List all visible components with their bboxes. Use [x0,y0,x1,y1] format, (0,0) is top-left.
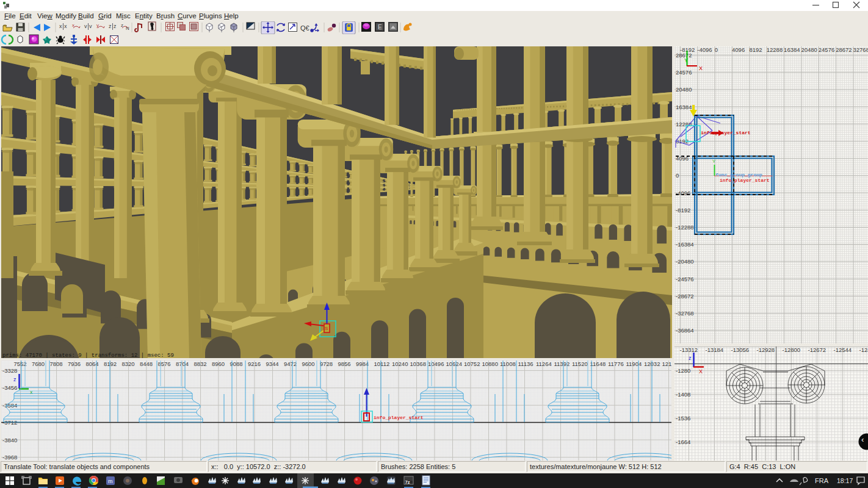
svg-text:v: v [89,23,92,29]
svg-text:-12928: -12928 [757,346,775,353]
svg-text:24576: 24576 [676,69,692,76]
svg-text:-36864: -36864 [676,327,694,334]
svg-text:z: z [114,23,117,29]
svg-text:11264: 11264 [536,361,552,367]
svg-text:info_player_start: info_player_start [374,415,424,420]
svg-text:8448: 8448 [140,361,153,367]
svg-text:8192: 8192 [749,46,762,53]
svg-text:-8192: -8192 [676,207,690,214]
svg-text:z: z [689,355,692,361]
svg-text:11648: 11648 [590,361,606,367]
svg-text:11520: 11520 [572,361,588,367]
svg-text:-20480: -20480 [676,258,694,265]
svg-text:20480: 20480 [801,46,817,53]
svg-text:9728: 9728 [320,361,333,367]
svg-text:prims: 47170 | states: 9 | tra: prims: 47170 | states: 9 | transforms: 1… [2,353,174,358]
svg-text:-13184: -13184 [706,346,724,353]
svg-text:24576: 24576 [819,46,834,53]
svg-text:X: X [699,65,703,71]
svg-text:E: E [378,24,382,30]
svg-text:8192: 8192 [104,361,117,367]
svg-text:7552: 7552 [14,361,27,367]
svg-text:N: N [126,26,129,31]
svg-text:v: v [84,23,87,29]
svg-text:8832: 8832 [194,361,207,367]
svg-text:x: x [64,23,67,29]
svg-text:28672: 28672 [836,46,852,53]
svg-text:32768: 32768 [853,46,868,53]
svg-text:8960: 8960 [212,361,225,367]
svg-text:4096: 4096 [732,46,745,53]
svg-text:info_player_start: info_player_start [720,178,770,183]
svg-text:m: m [108,478,113,484]
svg-text:Y: Y [712,159,716,164]
svg-text:X: X [699,368,703,375]
svg-text:-3456: -3456 [2,384,17,391]
svg-text:-12288: -12288 [676,224,694,231]
svg-text:0: 0 [715,46,718,53]
svg-text:11008: 11008 [500,361,516,367]
svg-text:7z: 7z [405,479,410,485]
svg-text:10240: 10240 [392,361,408,367]
svg-text:8704: 8704 [176,361,189,367]
svg-text:Y: Y [684,57,688,63]
svg-text:9984: 9984 [356,361,369,367]
svg-text:x: x [30,389,33,395]
svg-text:-12672: -12672 [808,346,826,353]
svg-text:9216: 9216 [248,361,261,367]
svg-text:10112: 10112 [374,361,390,367]
svg-text:-1280: -1280 [676,367,690,374]
svg-text:7936: 7936 [68,361,81,367]
svg-text:8320: 8320 [122,361,135,367]
svg-text:z: z [13,376,16,382]
svg-text:S: S [325,326,328,331]
svg-text:16384: 16384 [784,46,800,53]
svg-text:-12416: -12416 [859,346,868,353]
svg-text:x: x [59,23,62,29]
svg-text:-4096: -4096 [697,46,712,53]
svg-text:-1536: -1536 [676,415,690,422]
svg-text:z: z [109,23,112,29]
svg-text:9600: 9600 [302,361,315,367]
svg-text:-3840: -3840 [2,437,17,443]
svg-text:-24576: -24576 [676,276,694,282]
svg-text:-3328: -3328 [2,367,17,374]
svg-text:7808: 7808 [50,361,63,367]
svg-text:-28672: -28672 [676,293,694,300]
svg-text:-1408: -1408 [676,391,690,398]
svg-text:-12800: -12800 [783,346,801,353]
svg-text:9472: 9472 [284,361,297,367]
svg-text:11776: 11776 [608,361,624,367]
svg-text:-13056: -13056 [731,346,750,353]
svg-text:-32768: -32768 [676,310,694,317]
svg-text:20480: 20480 [676,86,692,93]
svg-text:10368: 10368 [410,361,426,367]
svg-text:12288: 12288 [767,46,783,53]
svg-text:-3968: -3968 [2,454,17,461]
svg-text:7680: 7680 [32,361,45,367]
svg-text:10624: 10624 [446,361,462,367]
svg-text:‹: ‹ [861,435,864,444]
svg-text:11136: 11136 [518,361,533,367]
svg-text:16384: 16384 [676,104,692,110]
svg-text:9344: 9344 [266,361,279,367]
svg-text:18:17: 18:17 [837,477,853,484]
svg-text:10752: 10752 [464,361,480,367]
svg-text:-12544: -12544 [834,346,852,353]
svg-text:12160: 12160 [662,361,672,367]
svg-text:-1664: -1664 [676,439,690,445]
svg-text:Q€: Q€ [300,24,309,32]
svg-text:info_player_start: info_player_start [701,130,751,135]
svg-text:10496: 10496 [428,361,444,367]
svg-text:0: 0 [676,172,679,179]
svg-text:-13312: -13312 [680,346,698,353]
svg-text:11904: 11904 [626,361,642,367]
svg-text:-16384: -16384 [676,241,694,248]
svg-text:8576: 8576 [158,361,171,367]
svg-text:9856: 9856 [338,361,351,367]
svg-text:FRA: FRA [815,477,829,484]
svg-text:func_group_group: func_group_group [715,172,762,178]
svg-text:10880: 10880 [482,361,498,367]
